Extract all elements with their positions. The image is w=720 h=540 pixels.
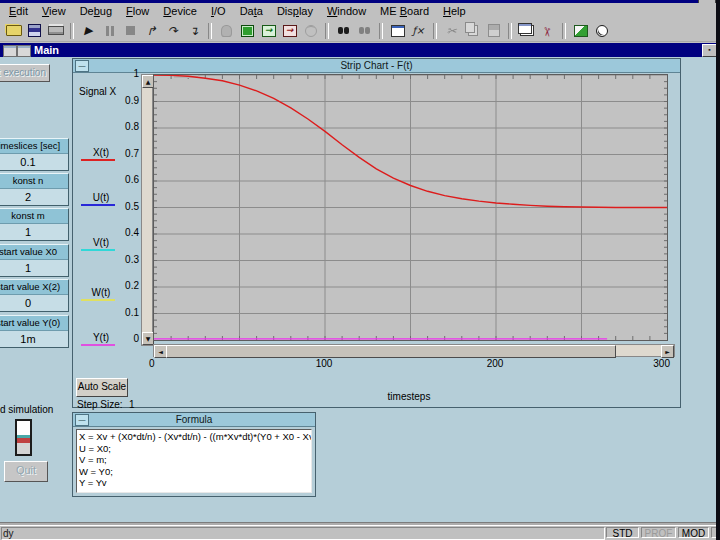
toolbar-separator	[325, 23, 329, 39]
toolbar-separator	[208, 23, 212, 39]
step-size-label: Step Size:	[77, 399, 123, 410]
legend-label-vt: V(t)	[81, 237, 121, 248]
field-konst-m-value[interactable]: 1	[0, 224, 68, 240]
formula-icon[interactable]	[409, 22, 428, 40]
main-window-grid-icon[interactable]	[17, 45, 31, 57]
y-tick-label: 0.3	[101, 254, 139, 265]
field-start-value-y0-value[interactable]: 1m	[0, 331, 68, 347]
formula-text-area[interactable]: X = Xv + (X0*dt/n) - (Xv*dt/n) - ((m*Xv*…	[76, 429, 312, 493]
y-tick-label: 0.9	[101, 95, 139, 106]
formula-window: Formula X = Xv + (X0*dt/n) - (Xv*dt/n) -…	[72, 412, 316, 497]
field-start-value-x0-value[interactable]: 1	[0, 260, 68, 276]
menu-item-edit[interactable]: Edit	[2, 4, 35, 19]
field-start-value-x0: start value X01	[0, 244, 69, 277]
chart-plot-area	[153, 74, 668, 341]
execution-button[interactable]: t execution	[0, 64, 50, 82]
hold-icon	[217, 22, 236, 40]
simulation-toggle-switch[interactable]	[15, 419, 32, 456]
main-window-titlebar[interactable]	[0, 43, 716, 57]
strip-chart-titlebar[interactable]: Strip Chart - F(t)	[73, 59, 680, 73]
main-window-system-icon[interactable]	[3, 45, 17, 57]
formula-line: X = Xv + (X0*dt/n) - (Xv*dt/n) - ((m*Xv*…	[79, 431, 309, 443]
field-konst-m-label: konst m	[0, 209, 68, 224]
probe-icon[interactable]	[280, 22, 299, 40]
paste-icon	[484, 22, 503, 40]
print-icon[interactable]	[46, 22, 65, 40]
menu-item-display[interactable]: Display	[270, 4, 320, 19]
y-tick-label: 0.5	[101, 201, 139, 212]
goto-module-icon[interactable]	[259, 22, 278, 40]
menu-item-device[interactable]: Device	[156, 4, 204, 19]
main-window-title: Main	[34, 44, 59, 56]
field-konst-n-value[interactable]: 2	[0, 189, 68, 205]
legend-color-line	[81, 299, 115, 301]
simulation-label: d simulation	[0, 404, 53, 415]
y-tick-label: 0.8	[101, 121, 139, 132]
chart-horizontal-scrollbar[interactable]	[153, 344, 675, 357]
strip-chart-window: Strip Chart - F(t) Signal X Auto Scale S…	[72, 58, 681, 408]
cut-icon	[442, 22, 461, 40]
status-cell-std: STD	[606, 527, 639, 538]
menu-item-help[interactable]: Help	[436, 4, 473, 19]
screen-right-edge	[716, 0, 720, 540]
field-timeslices-label: timeslices [sec]	[0, 139, 68, 154]
field-start-value-x2-value[interactable]: 0	[0, 295, 68, 311]
field-timeslices: timeslices [sec]0.1	[0, 138, 69, 171]
properties-icon[interactable]	[388, 22, 407, 40]
strip-chart-minimize-button[interactable]	[75, 60, 89, 72]
status-cell-mod: MOD	[678, 527, 709, 538]
menu-item-i-o[interactable]: I/O	[204, 4, 233, 19]
x-tick-label: 300	[630, 358, 670, 369]
menu-item-data[interactable]: Data	[233, 4, 270, 19]
find-icon[interactable]	[334, 22, 353, 40]
toolbar-separator	[70, 23, 74, 39]
y-tick-label: 0	[101, 333, 139, 344]
step-out-icon[interactable]	[184, 22, 203, 40]
step-into-icon[interactable]	[142, 22, 161, 40]
field-konst-n: konst n2	[0, 173, 69, 206]
chart-vertical-scrollbar[interactable]	[141, 74, 153, 346]
menu-item-debug[interactable]: Debug	[73, 4, 119, 19]
x-tick-label: 100	[304, 358, 344, 369]
status-bar: dy STDPROFMODVIS	[0, 526, 716, 540]
field-start-value-x2-label: start value X(2)	[0, 280, 68, 295]
menu-item-view[interactable]: View	[35, 4, 73, 19]
field-timeslices-value[interactable]: 0.1	[0, 154, 68, 170]
formula-title: Formula	[73, 414, 315, 425]
module-list-icon[interactable]	[238, 22, 257, 40]
menu-item-window[interactable]: Window	[320, 4, 373, 19]
y-tick-label: 0.4	[101, 227, 139, 238]
scroll-right-icon[interactable]	[661, 345, 674, 358]
toolbar-separator	[379, 23, 383, 39]
open-icon[interactable]	[4, 22, 23, 40]
x-tick-label: 0	[149, 358, 165, 369]
run-icon[interactable]	[79, 22, 98, 40]
stop-icon	[121, 22, 140, 40]
find-next-icon	[355, 22, 374, 40]
main-window-restore-button[interactable]	[702, 44, 717, 57]
field-konst-m: konst m1	[0, 208, 69, 241]
menu-item-me-board[interactable]: ME Board	[373, 4, 436, 19]
timer-icon[interactable]	[592, 22, 611, 40]
step-over-icon[interactable]	[163, 22, 182, 40]
break-connection-icon[interactable]	[538, 22, 557, 40]
window-icon[interactable]	[517, 22, 536, 40]
y-tick-label: 1	[101, 68, 139, 79]
save-icon[interactable]	[25, 22, 44, 40]
formula-minimize-button[interactable]	[75, 414, 89, 426]
field-start-value-y0-label: start value Y(0)	[0, 316, 68, 331]
x-tick-label: 200	[475, 358, 515, 369]
scrollbar-thumb[interactable]	[166, 345, 616, 358]
toolbar-separator	[562, 23, 566, 39]
pause-icon	[100, 22, 119, 40]
formula-titlebar[interactable]: Formula	[73, 413, 315, 427]
copy-icon	[463, 22, 482, 40]
step-size-value: 1	[129, 399, 135, 410]
application-window: EditViewDebugFlowDeviceI/ODataDisplayWin…	[0, 0, 720, 540]
menu-item-flow[interactable]: Flow	[119, 4, 156, 19]
chart-icon[interactable]	[571, 22, 590, 40]
field-start-value-y0: start value Y(0)1m	[0, 315, 69, 348]
auto-scale-button[interactable]: Auto Scale	[76, 378, 128, 397]
field-start-value-x0-label: start value X0	[0, 245, 68, 260]
quit-button[interactable]: Quit	[4, 461, 48, 482]
